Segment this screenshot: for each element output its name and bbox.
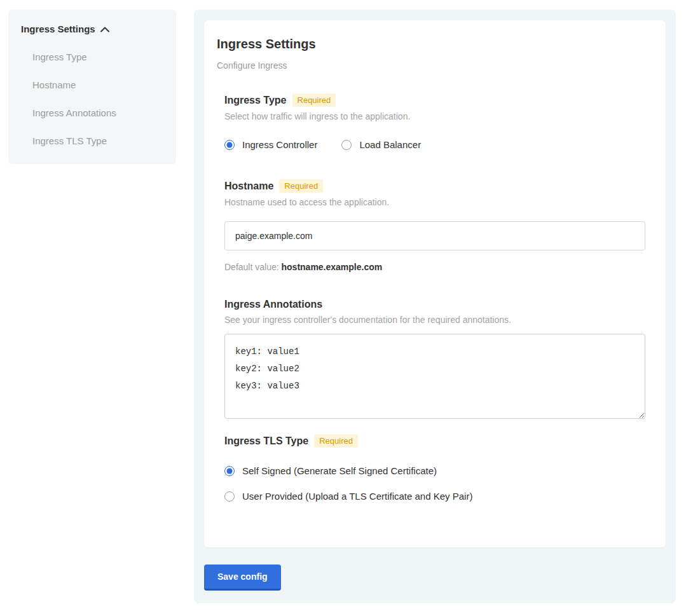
radio-label-load-balancer: Load Balancer [359, 139, 421, 150]
ingress-type-radio-group: Ingress Controller Load Balancer [224, 139, 645, 150]
section-ingress-tls-type: Ingress TLS Type Required Self Signed (G… [224, 434, 645, 502]
page-title: Ingress Settings [217, 37, 645, 51]
section-hostname: Hostname Required Hostname used to acces… [224, 179, 645, 272]
ingress-annotations-textarea[interactable]: key1: value1 key2: value2 key3: value3 [224, 334, 645, 419]
radio-unselected-icon[interactable] [224, 491, 235, 502]
section-ingress-type: Ingress Type Required Select how traffic… [224, 93, 645, 150]
sidebar-item-ingress-type[interactable]: Ingress Type [21, 51, 163, 62]
section-title-hostname: Hostname [224, 181, 273, 192]
sidebar-item-list: Ingress Type Hostname Ingress Annotation… [21, 51, 163, 146]
page: Ingress Settings Ingress Type Hostname I… [0, 0, 693, 616]
hostname-input[interactable] [224, 221, 645, 250]
radio-label-user-provided: User Provided (Upload a TLS Certificate … [242, 491, 472, 502]
config-card: Ingress Settings Configure Ingress Ingre… [204, 20, 666, 547]
section-title-ingress-annotations: Ingress Annotations [224, 299, 322, 310]
save-config-button[interactable]: Save config [204, 565, 281, 591]
page-subtitle: Configure Ingress [217, 60, 645, 71]
config-panel: Ingress Settings Configure Ingress Ingre… [194, 10, 676, 603]
sidebar-group-label: Ingress Settings [21, 24, 95, 34]
config-nav-sidebar: Ingress Settings Ingress Type Hostname I… [8, 10, 176, 164]
radio-option-load-balancer[interactable]: Load Balancer [341, 139, 421, 150]
tls-type-radio-group: Self Signed (Generate Self Signed Certif… [224, 465, 645, 502]
required-badge: Required [279, 179, 323, 193]
radio-option-user-provided[interactable]: User Provided (Upload a TLS Certificate … [224, 491, 645, 502]
radio-label-ingress-controller: Ingress Controller [242, 139, 317, 150]
required-badge: Required [314, 434, 358, 448]
radio-unselected-icon[interactable] [341, 140, 352, 150]
help-text-ingress-annotations: See your ingress controller's documentat… [224, 315, 645, 325]
radio-selected-icon[interactable] [224, 466, 235, 476]
hostname-default-line: Default value: hostname.example.com [224, 262, 645, 272]
hostname-default-value: hostname.example.com [282, 262, 383, 272]
section-title-ingress-type: Ingress Type [224, 95, 287, 106]
radio-selected-icon[interactable] [224, 140, 235, 150]
section-title-ingress-tls-type: Ingress TLS Type [224, 435, 308, 447]
help-text-ingress-type: Select how traffic will ingress to the a… [224, 111, 645, 121]
radio-option-self-signed[interactable]: Self Signed (Generate Self Signed Certif… [224, 465, 645, 476]
chevron-up-icon [100, 27, 109, 32]
help-text-hostname: Hostname used to access the application. [224, 197, 645, 207]
required-badge: Required [292, 93, 336, 107]
sidebar-item-ingress-tls-type[interactable]: Ingress TLS Type [21, 135, 163, 146]
sidebar-item-hostname[interactable]: Hostname [21, 79, 163, 90]
sidebar-group-ingress-settings[interactable]: Ingress Settings [21, 24, 163, 34]
radio-label-self-signed: Self Signed (Generate Self Signed Certif… [242, 465, 437, 476]
section-ingress-annotations: Ingress Annotations See your ingress con… [224, 299, 645, 419]
radio-option-ingress-controller[interactable]: Ingress Controller [224, 139, 317, 150]
hostname-default-label: Default value: [224, 262, 279, 272]
sidebar-item-ingress-annotations[interactable]: Ingress Annotations [21, 107, 163, 118]
